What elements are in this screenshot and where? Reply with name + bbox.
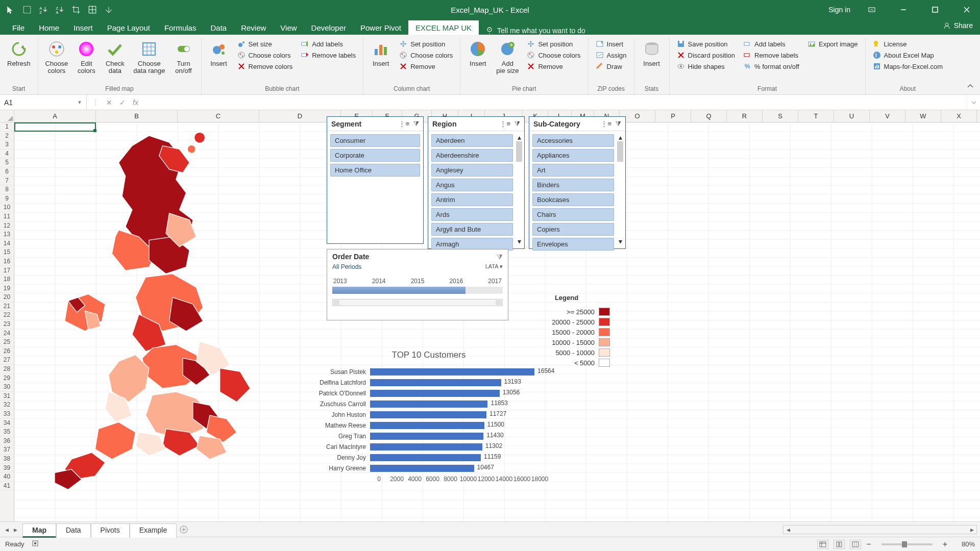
grid-icon[interactable] xyxy=(88,5,97,14)
row-header[interactable]: 14 xyxy=(0,239,14,248)
row-header[interactable]: 22 xyxy=(0,311,14,320)
add-labels-button[interactable]: Add labels xyxy=(298,39,359,49)
sort-desc-icon[interactable]: ZA xyxy=(55,5,64,14)
discard-position-button[interactable]: Discard position xyxy=(674,50,739,60)
column-set-position-button[interactable]: Set position xyxy=(396,39,456,49)
minimize-button[interactable] xyxy=(893,0,914,19)
set-size-button[interactable]: Set size xyxy=(234,39,296,49)
slicer-region[interactable]: Region ⋮≡⧩ AberdeenAberdeenshireAnglesey… xyxy=(428,116,525,249)
slicer-item[interactable]: Accessories xyxy=(532,134,614,147)
add-pie-size-button[interactable]: Add pie size xyxy=(493,38,522,76)
cancel-icon[interactable]: ✕ xyxy=(106,98,112,107)
percent-format-button[interactable]: %% format on/off xyxy=(740,61,802,71)
row-header[interactable]: 16 xyxy=(0,257,14,266)
pie-choose-colors-button[interactable]: Choose colors xyxy=(524,50,583,60)
row-header[interactable]: 24 xyxy=(0,329,14,338)
pie-insert-button[interactable]: Insert xyxy=(464,38,491,76)
slicer-item[interactable]: Argyll and Bute xyxy=(431,223,513,236)
fx-icon[interactable]: fx xyxy=(133,98,138,107)
prev-sheet-icon[interactable]: ◂ xyxy=(5,525,9,534)
confirm-icon[interactable]: ✓ xyxy=(119,98,126,107)
tab-data[interactable]: Data xyxy=(203,20,234,35)
tab-view[interactable]: View xyxy=(273,20,304,35)
row-header[interactable]: 8 xyxy=(0,185,14,194)
row-header[interactable]: 38 xyxy=(0,455,14,464)
tab-developer[interactable]: Developer xyxy=(304,20,353,35)
row-header[interactable]: 36 xyxy=(0,437,14,446)
clear-timeline-icon[interactable]: ⧩ xyxy=(497,253,503,261)
slicer-item[interactable]: Envelopes xyxy=(532,238,614,251)
tab-excel-map-uk[interactable]: EXCEL MAP UK xyxy=(408,20,479,35)
zoom-in-button[interactable]: + xyxy=(943,540,947,549)
formula-input[interactable] xyxy=(143,98,967,107)
slicer-item[interactable]: Antrim xyxy=(431,193,513,206)
sheet-tab-example[interactable]: Example xyxy=(130,523,177,538)
row-header[interactable]: 5 xyxy=(0,158,14,167)
bubble-insert-button[interactable]: Insert xyxy=(206,38,232,71)
qat-customize-icon[interactable] xyxy=(104,5,113,14)
slicer-item[interactable]: Copiers xyxy=(532,223,614,236)
row-header[interactable]: 15 xyxy=(0,248,14,257)
crop-icon[interactable] xyxy=(71,5,81,14)
row-header[interactable]: 13 xyxy=(0,230,14,239)
slicer-item[interactable]: Chairs xyxy=(532,208,614,221)
row-header[interactable]: 2 xyxy=(0,132,14,141)
slicer-item[interactable]: Angus xyxy=(431,179,513,191)
slicer-item[interactable]: Consumer xyxy=(330,134,420,147)
select-all-button[interactable] xyxy=(0,110,14,122)
sign-in-link[interactable]: Sign in xyxy=(828,6,850,14)
zip-insert-button[interactable]: Insert xyxy=(593,39,630,49)
name-box[interactable]: A1 ▼ xyxy=(0,95,87,110)
format-add-labels-button[interactable]: Add labels xyxy=(740,39,802,49)
clear-filter-icon[interactable]: ⧩ xyxy=(514,120,520,128)
column-header[interactable]: B xyxy=(96,110,178,122)
row-header[interactable]: 28 xyxy=(0,365,14,374)
next-sheet-icon[interactable]: ▸ xyxy=(14,525,17,534)
tab-insert[interactable]: Insert xyxy=(66,20,100,35)
horizontal-scrollbar[interactable]: ◂▸ xyxy=(783,525,977,534)
column-header[interactable]: C xyxy=(178,110,259,122)
slicer-segment[interactable]: Segment ⋮≡⧩ ConsumerCorporateHome Office xyxy=(327,116,424,244)
sheet-tab-data[interactable]: Data xyxy=(56,523,91,538)
column-header[interactable]: W xyxy=(905,110,941,122)
row-header[interactable]: 27 xyxy=(0,356,14,365)
timeline-order-date[interactable]: Order Date⧩ All Periods LATA ▾ 201320142… xyxy=(327,249,508,320)
maximize-button[interactable] xyxy=(925,0,945,19)
zoom-slider[interactable] xyxy=(881,543,933,545)
normal-view-button[interactable] xyxy=(817,540,828,549)
row-header[interactable]: 4 xyxy=(0,149,14,159)
row-header[interactable]: 31 xyxy=(0,392,14,401)
zip-assign-button[interactable]: Assign xyxy=(593,50,630,60)
edit-colors-button[interactable]: Edit colors xyxy=(73,38,100,76)
slicer-item[interactable]: Aberdeen xyxy=(431,134,513,147)
row-header[interactable]: 21 xyxy=(0,302,14,311)
pie-remove-button[interactable]: Remove xyxy=(524,61,583,71)
row-header[interactable]: 37 xyxy=(0,445,14,455)
sort-asc-icon[interactable]: AZ xyxy=(39,5,48,14)
slicer-scrollbar[interactable]: ▴▾ xyxy=(515,133,523,245)
chevron-down-icon[interactable]: ▼ xyxy=(77,99,82,105)
row-header[interactable]: 23 xyxy=(0,320,14,329)
refresh-button[interactable]: Refresh xyxy=(4,38,34,68)
page-break-view-button[interactable] xyxy=(850,540,861,549)
license-button[interactable]: License xyxy=(870,39,946,49)
remove-labels-button[interactable]: Remove labels xyxy=(298,50,359,60)
column-choose-colors-button[interactable]: Choose colors xyxy=(396,50,456,60)
row-header[interactable]: 35 xyxy=(0,428,14,437)
slicer-item[interactable]: Art xyxy=(532,164,614,177)
row-header[interactable]: 6 xyxy=(0,167,14,177)
row-header[interactable]: 30 xyxy=(0,383,14,392)
slicer-item[interactable]: Bookcases xyxy=(532,193,614,206)
slicer-scrollbar[interactable]: ▴▾ xyxy=(616,133,624,245)
choose-data-range-button[interactable]: Choose data range xyxy=(130,38,168,76)
row-header[interactable]: 11 xyxy=(0,212,14,221)
row-header[interactable]: 7 xyxy=(0,177,14,186)
row-header[interactable]: 29 xyxy=(0,374,14,383)
tab-page-layout[interactable]: Page Layout xyxy=(100,20,157,35)
about-excel-map-button[interactable]: iAbout Excel Map xyxy=(870,50,946,60)
tab-file[interactable]: File xyxy=(5,20,32,35)
clear-filter-icon[interactable]: ⧩ xyxy=(413,120,419,128)
row-headers[interactable]: 1234567891011121314151617181920212223242… xyxy=(0,122,14,521)
format-remove-labels-button[interactable]: Remove labels xyxy=(740,50,802,60)
row-header[interactable]: 40 xyxy=(0,472,14,482)
